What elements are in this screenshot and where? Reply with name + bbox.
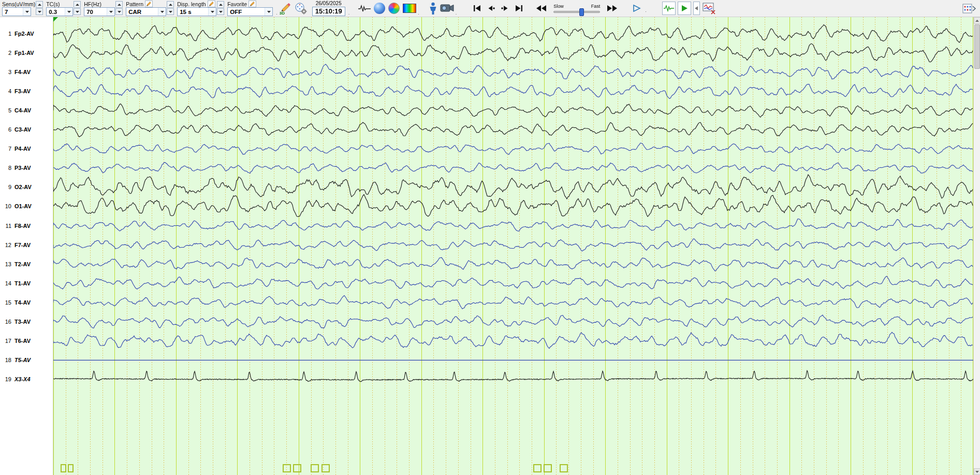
eeg-canvas[interactable] [53, 17, 973, 475]
event-marker[interactable] [544, 464, 552, 472]
scroll-up-button[interactable] [974, 17, 980, 24]
tc-combo[interactable]: 0.3 [46, 7, 73, 16]
event-marker[interactable] [311, 464, 319, 472]
vertical-scrollbar[interactable] [973, 17, 980, 475]
hf-combo[interactable]: 70 [84, 7, 115, 16]
event-marker[interactable] [61, 464, 66, 472]
channel-number: 15 [2, 299, 11, 306]
chevron-down-icon[interactable] [107, 8, 114, 16]
disp-length-edit-button[interactable] [208, 1, 215, 7]
scroll-down-button[interactable] [974, 468, 980, 475]
channel-row[interactable]: 10O1-AV [2, 202, 32, 210]
event-marker[interactable] [560, 464, 568, 472]
sens-decrease-button[interactable] [36, 8, 43, 15]
review-tools-button[interactable] [702, 1, 717, 16]
channel-label: F7-AV [14, 242, 31, 248]
electrode-map-button[interactable] [962, 1, 977, 16]
channel-row[interactable]: 17T6-AV [2, 337, 31, 345]
event-marker[interactable] [68, 464, 74, 472]
channel-number: 19 [2, 376, 11, 382]
montage-setup-button[interactable] [294, 1, 308, 16]
chevron-down-icon[interactable] [23, 8, 31, 16]
patient-info-button[interactable] [429, 1, 437, 16]
channel-label: T4-AV [14, 299, 31, 306]
speed-slider-thumb[interactable] [579, 8, 584, 16]
toolbar-overflow [276, 10, 279, 16]
scrollbar-thumb[interactable] [974, 24, 980, 69]
green-wave-icon [664, 5, 674, 12]
chevron-down-icon[interactable] [265, 8, 272, 16]
channel-row[interactable]: 2Fp1-AV [2, 49, 34, 57]
channel-row[interactable]: 8P3-AV [2, 164, 31, 172]
forward-button[interactable] [605, 4, 619, 13]
pattern-next-button[interactable] [167, 1, 174, 8]
channel-row[interactable]: 16T3-AV [2, 318, 31, 326]
disp-length-combo[interactable]: 15 s [177, 7, 216, 16]
favorite-combo[interactable]: OFF [227, 7, 273, 16]
channel-row[interactable]: 5C4-AV [2, 106, 31, 114]
chevron-down-icon[interactable] [158, 8, 166, 16]
play-button[interactable] [631, 3, 643, 13]
channel-label: F4-AV [14, 69, 31, 75]
eeg-main-area: 1Fp2-AV2Fp1-AV3F4-AV4F3-AV5C4-AV6C3-AV7P… [0, 17, 980, 475]
hf-increase-button[interactable] [115, 1, 123, 8]
channel-row[interactable]: 11F8-AV [2, 222, 31, 230]
channel-row[interactable]: 4F3-AV [2, 87, 31, 95]
sens-increase-button[interactable] [36, 1, 43, 8]
map-rainbow-button[interactable] [388, 1, 400, 16]
video-button[interactable] [440, 1, 455, 16]
electrode-grid-icon [962, 2, 976, 15]
trend-view-button[interactable] [662, 2, 676, 15]
event-marker[interactable] [283, 464, 291, 472]
channel-row[interactable]: 1Fp2-AV [2, 30, 34, 38]
pattern-edit-button[interactable] [145, 1, 153, 7]
channel-row[interactable]: 18T5-AV [2, 356, 31, 364]
channel-number: 5 [2, 107, 11, 113]
arrow-up-icon [219, 4, 223, 6]
map-3d-button[interactable] [373, 1, 386, 16]
waveform-view-button[interactable] [358, 1, 371, 16]
time-display: 15:10:19 [312, 7, 345, 16]
channel-label: F8-AV [14, 223, 31, 229]
edit-3d-map-button[interactable]: 3D [280, 1, 292, 16]
auto-advance-button[interactable] [678, 2, 691, 15]
collapse-toolbar-button[interactable] [693, 2, 700, 15]
step-back-button[interactable] [485, 4, 497, 13]
channel-label: T2-AV [14, 261, 31, 267]
channel-row[interactable]: 13T2-AV [2, 260, 31, 268]
event-marker[interactable] [321, 464, 330, 472]
channel-row[interactable]: 7P4-AV [2, 145, 31, 153]
channel-number: 18 [2, 357, 11, 363]
event-marker[interactable] [533, 464, 542, 472]
tc-increase-button[interactable] [74, 1, 81, 8]
channel-row[interactable]: 3F4-AV [2, 68, 31, 76]
hf-decrease-button[interactable] [115, 8, 123, 15]
step-forward-button[interactable] [499, 4, 511, 13]
trace-area[interactable] [53, 17, 973, 475]
sens-combo[interactable]: 7 [2, 7, 31, 16]
channel-row[interactable]: 6C3-AV [2, 125, 31, 134]
jump-start-button[interactable] [471, 4, 483, 13]
event-marker[interactable] [293, 464, 301, 472]
arrow-up-icon [118, 4, 121, 6]
tc-value: 0.3 [49, 9, 57, 15]
tc-decrease-button[interactable] [74, 8, 81, 15]
channel-row[interactable]: 9O2-AV [2, 183, 32, 191]
pattern-prev-button[interactable] [167, 8, 174, 15]
spectrum-map-button[interactable] [402, 1, 417, 16]
channel-row[interactable]: 12F7-AV [2, 241, 31, 249]
channel-row[interactable]: 19X3-X4 [2, 375, 31, 383]
speed-slider[interactable]: Slow Fast [553, 4, 600, 13]
disp-length-increase-button[interactable] [217, 1, 224, 8]
favorite-edit-button[interactable] [248, 1, 256, 7]
rewind-button[interactable] [534, 4, 548, 13]
pattern-combo[interactable]: CAR [126, 7, 166, 16]
speed-slider-track[interactable] [553, 11, 600, 13]
jump-end-button[interactable] [513, 4, 525, 13]
channel-row[interactable]: 14T1-AV [2, 279, 31, 287]
chevron-down-icon[interactable] [208, 8, 216, 16]
channel-row[interactable]: 15T4-AV [2, 298, 31, 307]
chevron-down-icon[interactable] [65, 8, 72, 16]
disp-length-decrease-button[interactable] [217, 8, 224, 15]
fast-forward-icon [607, 5, 618, 12]
